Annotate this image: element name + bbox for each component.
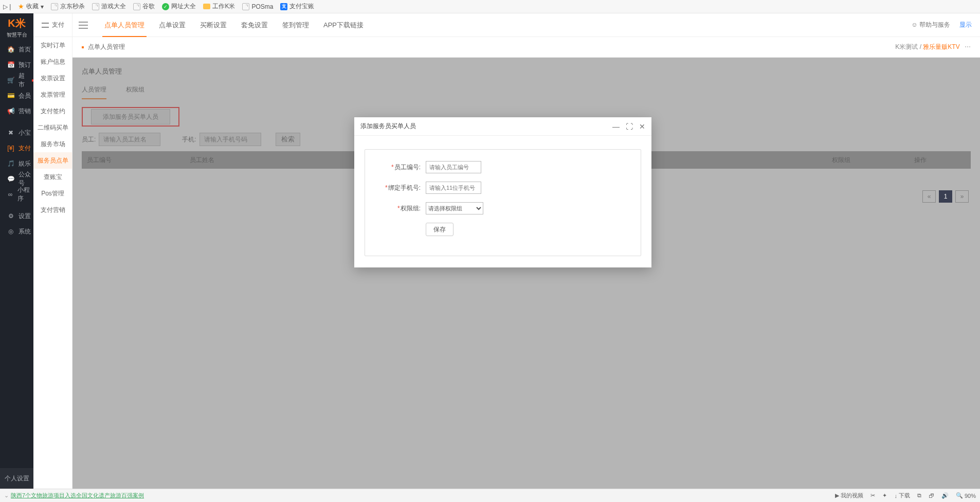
taskbar-sound-icon[interactable]: 🔊: [941, 492, 949, 499]
page-prev[interactable]: «: [922, 190, 936, 203]
subnav-qr[interactable]: 二维码买单: [33, 119, 72, 136]
tab-app-download[interactable]: APP下载链接: [316, 13, 371, 37]
calendar-icon: 📅: [7, 61, 14, 68]
music-icon: 🎵: [7, 160, 14, 167]
rail-personal-settings[interactable]: 个人设置: [0, 468, 33, 489]
rail-home[interactable]: 🏠首页: [0, 42, 33, 57]
input-phone[interactable]: [426, 182, 481, 194]
rail-market[interactable]: 🛒超市: [0, 73, 33, 88]
label-staff-id: *员工编号:: [380, 163, 421, 172]
crumb-dot-icon: [82, 46, 84, 48]
pay-icon: [¥]: [7, 145, 14, 152]
subnav-orders[interactable]: 实时订单: [33, 37, 72, 53]
subnav-invoice-set[interactable]: 发票设置: [33, 70, 72, 86]
content-wrap: 点单人员管理 人员管理 权限组 添加服务员买单人员 员工: 手机:: [72, 58, 980, 489]
modal-minimize-icon[interactable]: —: [612, 122, 620, 131]
menu-toggle-icon[interactable]: [42, 23, 49, 28]
sub-nav-title: 支付: [52, 21, 64, 29]
infinity-icon: ∞: [7, 191, 13, 198]
label-perm: *权限组:: [380, 204, 421, 213]
sub-nav-header: 支付: [33, 13, 72, 37]
input-staff-id[interactable]: [426, 161, 481, 173]
form-box: *员工编号: *绑定手机号: *权限组: 请选择权限组: [365, 149, 641, 256]
system-icon: ◎: [7, 228, 14, 235]
news-link[interactable]: 陕西7个文物旅游项目入选全国文化遗产旅游百强案例: [11, 492, 144, 499]
modal-body: *员工编号: *绑定手机号: *权限组: 请选择权限组: [354, 136, 651, 267]
tab-checkin[interactable]: 签到管理: [275, 13, 316, 37]
taskbar-pip-icon[interactable]: ⧉: [917, 492, 921, 499]
rail-wechat[interactable]: 💬公众号: [0, 171, 33, 187]
bookmark-pos[interactable]: POSma: [242, 3, 273, 10]
bookmark-google[interactable]: 谷歌: [133, 2, 155, 11]
rail-marketing[interactable]: 📢营销: [0, 103, 33, 119]
breadcrumb: 点单人员管理 K米测试 / 雅乐量贩KTV ⋯: [72, 37, 980, 58]
rail-system[interactable]: ◎系统: [0, 224, 33, 239]
label-phone: *绑定手机号:: [380, 184, 421, 192]
rail-settings[interactable]: ⚙设置: [0, 208, 33, 224]
add-staff-modal: 添加服务员买单人员 — ⛶ ✕ *员工编号: *绑定手机号:: [354, 117, 651, 267]
sub-nav: 支付 实时订单 账户信息 发票设置 发票管理 支付签约 二维码买单 服务市场 服…: [33, 13, 72, 489]
tab-buyout[interactable]: 买断设置: [193, 13, 234, 37]
gear-icon: ⚙: [7, 212, 14, 220]
subnav-pos[interactable]: Pos管理: [33, 185, 72, 202]
left-rail: K米 智慧平台 🏠首页 📅预订 🛒超市 💳会员 📢营销 ✖小宝 [¥]支付 🎵娱…: [0, 13, 33, 489]
tab-order-set[interactable]: 点单设置: [152, 13, 193, 37]
rail-member[interactable]: 💳会员: [0, 88, 33, 103]
bookmark-alipay[interactable]: 支支付宝账: [280, 2, 314, 11]
logo-subtitle: 智慧平台: [7, 31, 27, 39]
taskbar-window-icon[interactable]: 🗗: [929, 493, 934, 499]
rail-booking[interactable]: 📅预订: [0, 57, 33, 73]
wechat-icon: 💬: [7, 175, 14, 183]
bookmark-urls[interactable]: ✓网址大全: [162, 2, 196, 11]
collapse-icon[interactable]: [79, 22, 88, 29]
subnav-service-market[interactable]: 服务市场: [33, 136, 72, 152]
modal-close-icon[interactable]: ✕: [639, 122, 645, 131]
save-button[interactable]: 保存: [426, 223, 453, 236]
logo-text: K米: [8, 16, 25, 30]
my-videos[interactable]: ▶ 我的视频: [835, 492, 863, 499]
crumb-ktv[interactable]: 雅乐量贩KTV: [923, 43, 959, 50]
taskbar-download[interactable]: ↓ 下载: [894, 492, 910, 499]
crumb-org: K米测试 /: [895, 43, 921, 50]
bookmark-games[interactable]: 游戏大全: [92, 2, 126, 11]
browser-bookmark-bar: ▷ | ★收藏 ▾ 京东秒杀 游戏大全 谷歌 ✓网址大全 工作K米 POSma …: [0, 0, 980, 13]
app-root: K米 智慧平台 🏠首页 📅预订 🛒超市 💳会员 📢营销 ✖小宝 [¥]支付 🎵娱…: [0, 13, 980, 489]
home-icon: 🏠: [7, 46, 14, 53]
page-1[interactable]: 1: [939, 190, 952, 203]
rail-xiaobao[interactable]: ✖小宝: [0, 125, 33, 140]
modal-title: 添加服务员买单人员: [360, 122, 416, 131]
megaphone-icon: 📢: [7, 107, 14, 115]
bookmark-work[interactable]: 工作K米: [203, 2, 235, 11]
pagination: « 1 »: [922, 190, 969, 203]
subnav-waiter-order[interactable]: 服务员点单: [33, 152, 72, 169]
show-link[interactable]: 显示: [959, 21, 972, 29]
subnav-invoice-mgr[interactable]: 发票管理: [33, 86, 72, 103]
top-tabs: 点单人员管理 点单设置 买断设置 套免设置 签到管理 APP下载链接 ☺ 帮助与…: [72, 13, 980, 37]
help-link[interactable]: ☺ 帮助与服务: [911, 21, 950, 29]
logo: K米 智慧平台: [0, 13, 33, 42]
subnav-account[interactable]: 账户信息: [33, 53, 72, 70]
modal-maximize-icon[interactable]: ⛶: [626, 122, 633, 131]
taskbar-screenshot-icon[interactable]: ✂: [870, 492, 875, 499]
crumb-title: 点单人员管理: [88, 43, 125, 51]
news-toggle-icon[interactable]: ⌄: [4, 492, 9, 499]
tab-staff-mgr[interactable]: 点单人员管理: [97, 13, 152, 37]
rail-payment[interactable]: [¥]支付: [0, 140, 33, 156]
page-next[interactable]: »: [955, 190, 969, 203]
select-perm[interactable]: 请选择权限组: [426, 202, 483, 214]
rail-miniapp[interactable]: ∞小程序: [0, 187, 33, 202]
crumb-more-icon[interactable]: ⋯: [965, 43, 971, 50]
taskbar-zoom[interactable]: 🔍 90%: [956, 492, 976, 499]
bookmark-favorites[interactable]: ★收藏 ▾: [18, 2, 44, 11]
subnav-pay-marketing[interactable]: 支付营销: [33, 202, 72, 218]
bookmark-menu-icon[interactable]: ▷ |: [3, 3, 11, 10]
subnav-sign[interactable]: 支付签约: [33, 103, 72, 119]
tab-combo[interactable]: 套免设置: [234, 13, 275, 37]
modal-header: 添加服务员买单人员 — ⛶ ✕: [354, 117, 651, 136]
main-area: 点单人员管理 点单设置 买断设置 套免设置 签到管理 APP下载链接 ☺ 帮助与…: [72, 13, 980, 489]
rail-entertainment[interactable]: 🎵娱乐: [0, 156, 33, 171]
taskbar-star-icon[interactable]: ✦: [882, 492, 887, 499]
bookmark-jd[interactable]: 京东秒杀: [51, 2, 85, 11]
subnav-check[interactable]: 查账宝: [33, 169, 72, 185]
card-icon: 💳: [7, 92, 14, 99]
